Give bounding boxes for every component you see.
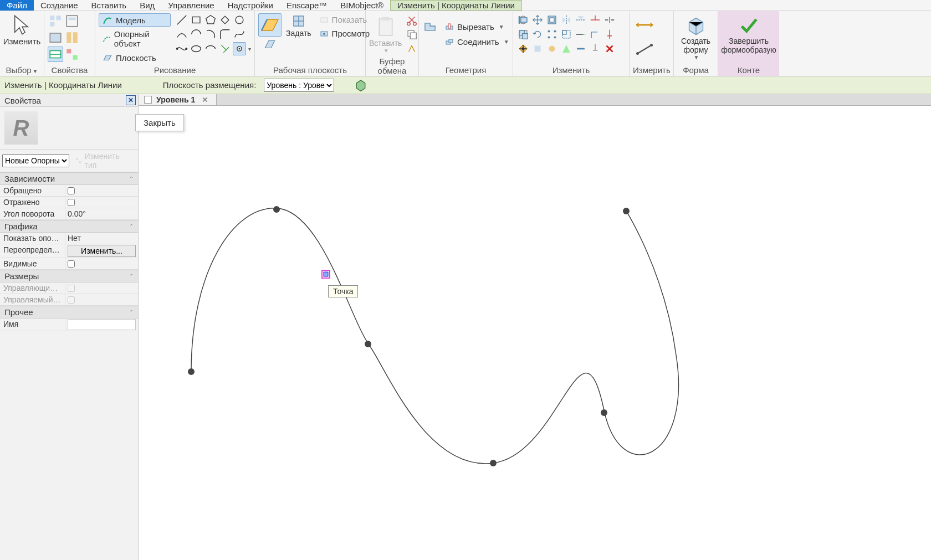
panel-workplane-label: Рабочая плоскость: [258, 64, 362, 75]
partial-ellipse-icon[interactable]: [204, 42, 217, 55]
align-icon[interactable]: [516, 13, 530, 27]
draw-ref-button[interactable]: Опорный объект: [99, 28, 171, 50]
svg-rect-25: [321, 18, 328, 22]
cut-geom-button[interactable]: Вырезать▼: [441, 20, 513, 33]
circle-icon[interactable]: [233, 13, 246, 27]
prop-angle-value[interactable]: 0.00°: [68, 209, 86, 218]
line-icon[interactable]: [175, 13, 188, 27]
geom-notch-icon[interactable]: [422, 18, 438, 34]
move-icon[interactable]: [531, 13, 544, 27]
drawing-canvas[interactable]: Точка: [139, 106, 931, 560]
draw-expand-icon[interactable]: ▾: [248, 46, 251, 52]
unpin-icon[interactable]: [589, 42, 602, 55]
cut-clip-icon[interactable]: [405, 13, 418, 27]
optbar-3d-icon[interactable]: [353, 78, 369, 93]
prop-icon-2[interactable]: [64, 13, 80, 29]
pin-icon[interactable]: [603, 28, 616, 41]
svg-rect-10: [66, 49, 71, 53]
delete-icon[interactable]: [603, 42, 616, 55]
menu-create[interactable]: Создание: [34, 0, 85, 11]
mod-b-icon[interactable]: [545, 42, 559, 55]
mirror2-icon[interactable]: [574, 13, 587, 27]
panel-geom-label: Геометрия: [422, 64, 509, 75]
mod-d-icon[interactable]: [574, 42, 587, 55]
prop-override-button[interactable]: Изменить...: [68, 245, 136, 257]
type-selector[interactable]: Новые Опорны: [2, 154, 69, 167]
arc3-icon[interactable]: [204, 28, 217, 41]
aligned-dim-icon[interactable]: [633, 13, 656, 37]
polygon2-icon[interactable]: [218, 13, 232, 27]
menu-manage[interactable]: Управление: [161, 0, 221, 11]
panel-measure-label: Измерить: [633, 64, 670, 75]
array-icon[interactable]: [545, 28, 559, 41]
prop-mirrored-checkbox[interactable]: [68, 199, 75, 206]
svg-rect-4: [69, 18, 76, 20]
svg-point-16: [236, 16, 243, 24]
trim-icon[interactable]: [589, 13, 602, 27]
props-close-button[interactable]: ✕: [126, 95, 136, 105]
join-geom-button[interactable]: Соединить▼: [441, 35, 513, 48]
viewer-button[interactable]: Просмотр: [316, 27, 374, 40]
group-deps[interactable]: Зависимости⌃: [0, 172, 138, 185]
svg-point-18: [185, 48, 187, 50]
arc2-icon[interactable]: [190, 28, 203, 41]
mod-c-icon[interactable]: [560, 42, 573, 55]
group-other[interactable]: Прочее⌃: [0, 306, 138, 318]
point-icon[interactable]: [233, 42, 246, 55]
rotate-icon[interactable]: [531, 28, 544, 41]
create-form-icon[interactable]: [684, 13, 708, 37]
menu-view[interactable]: Вид: [133, 0, 161, 11]
prop-icon-5[interactable]: [48, 47, 63, 62]
svg-rect-35: [448, 24, 451, 28]
menu-file[interactable]: Файл: [0, 0, 34, 11]
set-plane-icon[interactable]: [291, 13, 306, 29]
close-tooltip[interactable]: Закрыть: [135, 114, 184, 131]
draw-model-button[interactable]: Модель: [99, 13, 171, 27]
pick-lines-icon[interactable]: [218, 42, 232, 55]
prop-visible-checkbox[interactable]: [68, 260, 75, 268]
view-tab-level1[interactable]: Уровень 1 ✕: [139, 94, 217, 105]
match-icon[interactable]: [405, 42, 418, 55]
workplane-main-icon[interactable]: [258, 13, 282, 37]
draw-plane-button[interactable]: Плоскость: [99, 51, 171, 64]
copy-icon[interactable]: [516, 28, 530, 41]
ellipse-icon[interactable]: [190, 42, 203, 55]
cursor-icon[interactable]: [11, 13, 34, 37]
copy-clip-icon[interactable]: [405, 28, 418, 41]
svg-point-63: [549, 46, 555, 52]
polygon-icon[interactable]: [204, 13, 217, 27]
split-icon[interactable]: [603, 13, 616, 27]
group-gfx[interactable]: Графика⌃: [0, 220, 138, 233]
offset-icon[interactable]: [545, 13, 559, 27]
prop-icon-1[interactable]: [48, 13, 63, 29]
svg-rect-37: [449, 39, 453, 43]
move2-icon[interactable]: [516, 42, 530, 55]
mod-a-icon[interactable]: [531, 42, 544, 55]
group-dims[interactable]: Размеры⌃: [0, 270, 138, 282]
prop-icon-6[interactable]: [64, 47, 80, 62]
mirror1-icon[interactable]: [560, 13, 573, 27]
arc1-icon[interactable]: [175, 28, 188, 41]
fillet-icon[interactable]: [218, 28, 232, 41]
spline-icon[interactable]: [175, 42, 188, 55]
prop-icon-3[interactable]: [48, 30, 63, 45]
menu-bimobject[interactable]: BIMobject®: [334, 0, 390, 11]
finish-icon[interactable]: [737, 13, 760, 37]
prop-reversed-checkbox[interactable]: [68, 187, 75, 194]
measure-icon[interactable]: [633, 38, 656, 61]
view-tab-close[interactable]: ✕: [200, 95, 211, 104]
workplane-alt-icon[interactable]: [262, 37, 278, 52]
menu-insert[interactable]: Вставить: [85, 0, 134, 11]
menu-addins[interactable]: Надстройки: [221, 0, 280, 11]
menu-modify-context[interactable]: Изменить | Координаты Линии: [390, 0, 522, 11]
placement-select[interactable]: Уровень : Урове: [264, 79, 334, 92]
prop-icon-4[interactable]: [64, 30, 80, 45]
menu-enscape[interactable]: Enscape™: [280, 0, 334, 11]
spline2-icon[interactable]: [233, 28, 246, 41]
extend-icon[interactable]: [574, 28, 587, 41]
scale-icon[interactable]: [560, 28, 573, 41]
prop-showref-value[interactable]: Нет: [68, 234, 81, 243]
prop-name-input[interactable]: [68, 319, 136, 330]
corner-icon[interactable]: [589, 28, 602, 41]
rect-icon[interactable]: [190, 13, 203, 27]
